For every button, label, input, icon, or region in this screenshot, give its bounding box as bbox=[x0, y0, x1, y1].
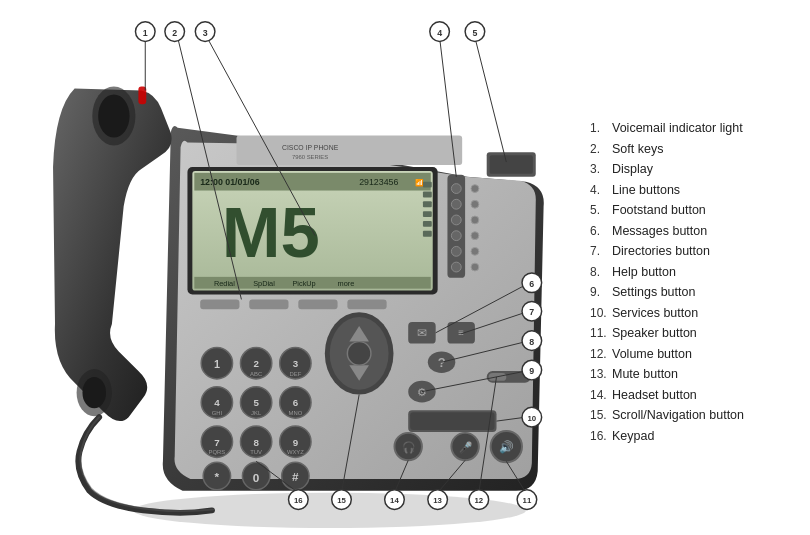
label-item-8: 8.Help button bbox=[590, 264, 800, 282]
label-number: 14. bbox=[590, 387, 612, 404]
svg-text:Redial: Redial bbox=[214, 279, 235, 288]
label-number: 16. bbox=[590, 428, 612, 445]
svg-text:5: 5 bbox=[253, 397, 259, 408]
label-text: Volume button bbox=[612, 346, 692, 364]
label-text: Help button bbox=[612, 264, 676, 282]
svg-text:ABC: ABC bbox=[250, 371, 263, 377]
label-number: 10. bbox=[590, 305, 612, 322]
svg-line-115 bbox=[475, 37, 506, 162]
svg-text:more: more bbox=[338, 279, 355, 288]
label-text: Messages button bbox=[612, 223, 707, 241]
svg-point-38 bbox=[471, 263, 479, 271]
label-text: Line buttons bbox=[612, 182, 680, 200]
svg-point-36 bbox=[471, 232, 479, 240]
svg-rect-24 bbox=[298, 299, 337, 309]
svg-rect-1 bbox=[237, 136, 463, 165]
svg-text:PQRS: PQRS bbox=[209, 449, 226, 455]
svg-rect-23 bbox=[249, 299, 288, 309]
svg-text:8: 8 bbox=[529, 337, 534, 347]
svg-text:6: 6 bbox=[529, 279, 534, 289]
label-text: Headset button bbox=[612, 387, 697, 405]
label-text: Scroll/Navigation button bbox=[612, 407, 744, 425]
svg-rect-11 bbox=[423, 182, 432, 188]
label-item-13: 13.Mute button bbox=[590, 366, 800, 384]
svg-rect-14 bbox=[423, 211, 432, 217]
svg-text:#: # bbox=[292, 470, 299, 483]
label-item-2: 2.Soft keys bbox=[590, 141, 800, 159]
svg-text:3: 3 bbox=[293, 358, 299, 369]
label-text: Display bbox=[612, 161, 653, 179]
label-number: 6. bbox=[590, 223, 612, 240]
main-container: CISCO IP PHONE 7960 SERIES 12:00 01/01/0… bbox=[0, 0, 810, 535]
svg-point-30 bbox=[451, 231, 461, 241]
svg-text:CISCO IP PHONE: CISCO IP PHONE bbox=[282, 144, 339, 151]
svg-text:10: 10 bbox=[527, 414, 536, 423]
svg-text:🔊: 🔊 bbox=[499, 441, 514, 455]
label-number: 4. bbox=[590, 182, 612, 199]
svg-rect-59 bbox=[410, 412, 494, 430]
svg-text:1: 1 bbox=[143, 28, 148, 38]
svg-text:GHI: GHI bbox=[212, 410, 223, 416]
label-item-16: 16.Keypad bbox=[590, 428, 800, 446]
label-number: 15. bbox=[590, 407, 612, 424]
label-text: Voicemail indicator light bbox=[612, 120, 743, 138]
label-item-3: 3.Display bbox=[590, 161, 800, 179]
label-number: 13. bbox=[590, 366, 612, 383]
svg-text:TUV: TUV bbox=[250, 449, 262, 455]
label-number: 11. bbox=[590, 325, 612, 342]
svg-text:4: 4 bbox=[214, 397, 220, 408]
svg-text:7960 SERIES: 7960 SERIES bbox=[292, 154, 328, 160]
labels-panel: 1.Voicemail indicator light2.Soft keys3.… bbox=[590, 120, 800, 448]
svg-rect-15 bbox=[423, 221, 432, 227]
svg-text:1: 1 bbox=[214, 358, 220, 370]
label-item-9: 9.Settings button bbox=[590, 284, 800, 302]
svg-text:2: 2 bbox=[253, 358, 259, 369]
svg-text:*: * bbox=[215, 470, 220, 483]
svg-text:≡: ≡ bbox=[458, 327, 464, 338]
label-text: Keypad bbox=[612, 428, 654, 446]
svg-point-32 bbox=[451, 262, 461, 272]
svg-text:MNO: MNO bbox=[289, 410, 303, 416]
svg-text:WXYZ: WXYZ bbox=[287, 449, 304, 455]
svg-text:4: 4 bbox=[437, 28, 442, 38]
svg-text:0: 0 bbox=[253, 471, 260, 484]
label-number: 9. bbox=[590, 284, 612, 301]
svg-point-37 bbox=[471, 247, 479, 255]
label-text: Services button bbox=[612, 305, 698, 323]
label-item-10: 10.Services button bbox=[590, 305, 800, 323]
svg-text:11: 11 bbox=[523, 497, 532, 506]
phone-area: CISCO IP PHONE 7960 SERIES 12:00 01/01/0… bbox=[20, 10, 610, 530]
svg-text:16: 16 bbox=[294, 497, 303, 506]
svg-rect-16 bbox=[423, 231, 432, 237]
svg-text:JKL: JKL bbox=[251, 410, 262, 416]
svg-point-99 bbox=[98, 94, 129, 137]
svg-text:14: 14 bbox=[390, 497, 399, 506]
svg-text:📶: 📶 bbox=[415, 178, 424, 187]
label-item-1: 1.Voicemail indicator light bbox=[590, 120, 800, 138]
svg-point-45 bbox=[347, 342, 371, 366]
phone-diagram: CISCO IP PHONE 7960 SERIES 12:00 01/01/0… bbox=[20, 10, 610, 530]
label-number: 7. bbox=[590, 243, 612, 260]
svg-text:9: 9 bbox=[293, 437, 299, 448]
label-number: 1. bbox=[590, 120, 612, 137]
svg-text:✉: ✉ bbox=[417, 326, 427, 339]
svg-rect-25 bbox=[347, 299, 386, 309]
label-item-7: 7.Directories button bbox=[590, 243, 800, 261]
svg-text:29123456: 29123456 bbox=[359, 177, 398, 187]
label-item-4: 4.Line buttons bbox=[590, 182, 800, 200]
label-item-14: 14.Headset button bbox=[590, 387, 800, 405]
svg-text:🎤: 🎤 bbox=[459, 442, 473, 455]
label-text: Directories button bbox=[612, 243, 710, 261]
svg-point-102 bbox=[82, 377, 106, 408]
svg-text:🎧: 🎧 bbox=[402, 442, 416, 455]
svg-text:12: 12 bbox=[474, 497, 483, 506]
label-item-12: 12.Volume button bbox=[590, 346, 800, 364]
svg-text:9: 9 bbox=[529, 366, 534, 376]
label-text: Speaker button bbox=[612, 325, 697, 343]
svg-text:7: 7 bbox=[214, 437, 220, 448]
svg-point-33 bbox=[471, 185, 479, 193]
label-text: Soft keys bbox=[612, 141, 663, 159]
svg-point-29 bbox=[451, 215, 461, 225]
label-text: Settings button bbox=[612, 284, 695, 302]
svg-text:PickUp: PickUp bbox=[292, 279, 315, 288]
